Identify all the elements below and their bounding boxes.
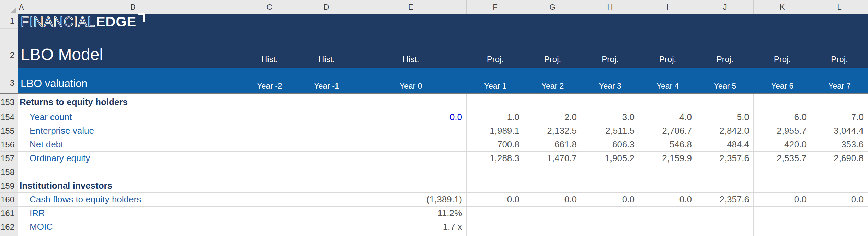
cell-K153[interactable] [754, 94, 811, 110]
cell-D160[interactable] [298, 193, 355, 206]
cell-Cbottom[interactable] [241, 234, 298, 236]
period-year-D[interactable]: Year -1 [298, 68, 355, 93]
cell-F162[interactable] [467, 220, 524, 234]
column-header-B[interactable]: B [25, 0, 241, 14]
cell-H161[interactable] [581, 206, 639, 220]
cell-K154[interactable]: 6.0 [754, 110, 811, 124]
cell-Kbottom[interactable] [754, 234, 811, 236]
cell-C153[interactable] [241, 94, 298, 110]
cell-D155[interactable] [298, 124, 355, 138]
cell-D154[interactable] [298, 110, 355, 124]
cell-Gbottom[interactable] [524, 234, 581, 236]
cell-L155[interactable]: 3,044.4 [811, 124, 868, 138]
cell-H160[interactable]: 0.0 [581, 193, 639, 206]
cell-A155[interactable] [18, 124, 25, 138]
cell-K160[interactable]: 0.0 [754, 193, 811, 206]
cell-L153[interactable] [811, 94, 868, 110]
cell-E159[interactable] [355, 179, 467, 193]
period-kind-F[interactable]: Proj. [467, 29, 524, 68]
cell-H159[interactable] [581, 179, 639, 193]
cell-G160[interactable]: 0.0 [524, 193, 581, 206]
cell-F155[interactable]: 1,989.1 [467, 124, 524, 138]
cell-F154[interactable]: 1.0 [467, 110, 524, 124]
cell-D158[interactable] [298, 165, 355, 179]
cell-H153[interactable] [581, 94, 639, 110]
cell-I162[interactable] [639, 220, 696, 234]
cell-I153[interactable] [639, 94, 696, 110]
cell-B154[interactable]: Year count [25, 110, 241, 124]
cell-J159[interactable] [696, 179, 754, 193]
row-header-bottom[interactable] [0, 234, 18, 236]
cell-J160[interactable]: 2,357.6 [696, 193, 754, 206]
cell-B156[interactable]: Net debt [25, 138, 241, 152]
cell-D153[interactable] [298, 94, 355, 110]
row-header-153[interactable]: 153 [0, 94, 18, 110]
cell-B158[interactable] [25, 165, 241, 179]
cell-J153[interactable] [696, 94, 754, 110]
cell-A154[interactable] [18, 110, 25, 124]
period-kind-J[interactable]: Proj. [696, 29, 754, 68]
cell-L159[interactable] [811, 179, 868, 193]
column-header-H[interactable]: H [581, 0, 639, 14]
column-header-L[interactable]: L [811, 0, 868, 14]
cell-Ibottom[interactable] [639, 234, 696, 236]
cell-H154[interactable]: 3.0 [581, 110, 639, 124]
cell-F160[interactable]: 0.0 [467, 193, 524, 206]
cell-C157[interactable] [241, 152, 298, 165]
cell-I159[interactable] [639, 179, 696, 193]
cell-A160[interactable] [18, 193, 25, 206]
period-year-G[interactable]: Year 2 [524, 68, 581, 93]
cell-C162[interactable] [241, 220, 298, 234]
cell-G157[interactable]: 1,470.7 [524, 152, 581, 165]
cell-Jbottom[interactable] [696, 234, 754, 236]
cell-Bbottom[interactable] [25, 234, 241, 236]
cell-B157[interactable]: Ordinary equity [25, 152, 241, 165]
cell-E162[interactable]: 1.7 x [355, 220, 467, 234]
period-kind-K[interactable]: Proj. [754, 29, 811, 68]
cell-G155[interactable]: 2,132.5 [524, 124, 581, 138]
cell-D156[interactable] [298, 138, 355, 152]
row-header-159[interactable]: 159 [0, 179, 18, 193]
row-header-162[interactable]: 162 [0, 220, 18, 234]
period-year-J[interactable]: Year 5 [696, 68, 754, 93]
row-header-2[interactable]: 2 [0, 29, 18, 68]
row-header-157[interactable]: 157 [0, 152, 18, 165]
cell-Lbottom[interactable] [811, 234, 868, 236]
cell-A159[interactable]: Institutional investors [18, 179, 241, 193]
column-header-G[interactable]: G [524, 0, 581, 14]
cell-K156[interactable]: 420.0 [754, 138, 811, 152]
cell-A156[interactable] [18, 138, 25, 152]
cell-K158[interactable] [754, 165, 811, 179]
cell-C154[interactable] [241, 110, 298, 124]
cell-L161[interactable] [811, 206, 868, 220]
cell-J154[interactable]: 5.0 [696, 110, 754, 124]
cell-G154[interactable]: 2.0 [524, 110, 581, 124]
cell-K162[interactable] [754, 220, 811, 234]
cell-E157[interactable] [355, 152, 467, 165]
cell-A158[interactable] [18, 165, 25, 179]
cell-L160[interactable]: 0.0 [811, 193, 868, 206]
column-header-K[interactable]: K [754, 0, 811, 14]
period-year-I[interactable]: Year 4 [639, 68, 696, 93]
row-header-1[interactable]: 1 [0, 14, 18, 29]
cell-E161[interactable]: 11.2% [355, 206, 467, 220]
cell-J155[interactable]: 2,842.0 [696, 124, 754, 138]
column-header-A[interactable]: A [18, 0, 25, 14]
cell-E160[interactable]: (1,389.1) [355, 193, 467, 206]
cell-E155[interactable] [355, 124, 467, 138]
column-header-E[interactable]: E [355, 0, 467, 14]
cell-F158[interactable] [467, 165, 524, 179]
model-title-cell[interactable]: LBO Model [18, 29, 241, 68]
period-year-K[interactable]: Year 6 [754, 68, 811, 93]
cell-E154[interactable]: 0.0 [355, 110, 467, 124]
cell-J156[interactable]: 484.4 [696, 138, 754, 152]
cell-C159[interactable] [241, 179, 298, 193]
cell-E156[interactable] [355, 138, 467, 152]
cell-A157[interactable] [18, 152, 25, 165]
cell-A153[interactable]: Returns to equity holders [18, 94, 241, 110]
cell-C155[interactable] [241, 124, 298, 138]
column-header-J[interactable]: J [696, 0, 754, 14]
logo-banner-cell[interactable]: FINANCIALEDGE [18, 14, 868, 29]
period-year-C[interactable]: Year -2 [241, 68, 298, 93]
cell-G153[interactable] [524, 94, 581, 110]
